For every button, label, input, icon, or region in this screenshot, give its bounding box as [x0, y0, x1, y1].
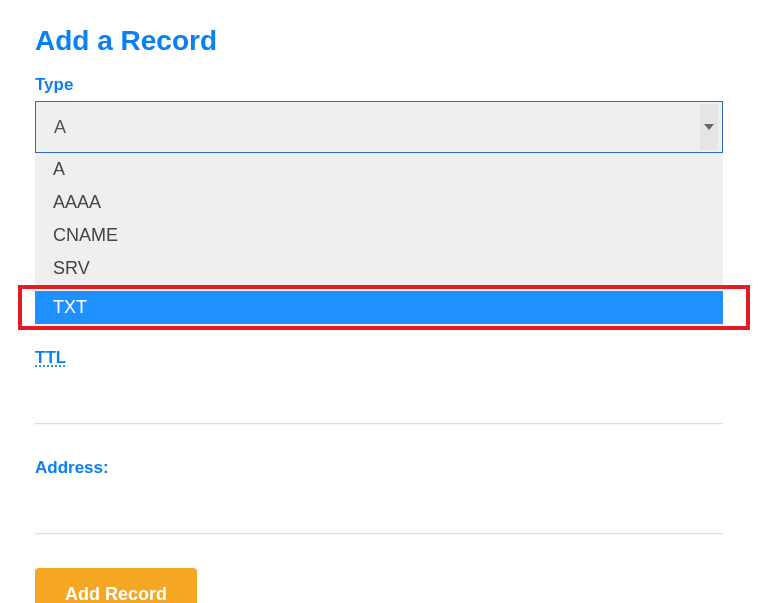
chevron-down-icon [700, 104, 718, 150]
address-label: Address: [35, 458, 733, 478]
ttl-label: TTL [35, 348, 66, 368]
type-option-aaaa[interactable]: AAAA [35, 186, 723, 219]
type-option-txt[interactable]: TXT [35, 291, 723, 324]
add-record-button[interactable]: Add Record [35, 568, 197, 603]
page-title: Add a Record [35, 25, 733, 57]
highlight-annotation: TXT [18, 285, 750, 330]
type-select-wrapper: A A AAAA CNAME SRV TXT [35, 101, 733, 330]
type-label: Type [35, 75, 733, 95]
type-option-cname[interactable]: CNAME [35, 219, 723, 252]
type-selected-value: A [54, 117, 66, 138]
type-option-a[interactable]: A [35, 153, 723, 186]
address-input[interactable] [35, 484, 723, 534]
type-option-srv[interactable]: SRV [35, 252, 723, 285]
ttl-input[interactable] [35, 374, 723, 424]
type-select[interactable]: A [35, 101, 723, 153]
type-dropdown: A AAAA CNAME SRV TXT [35, 153, 723, 330]
